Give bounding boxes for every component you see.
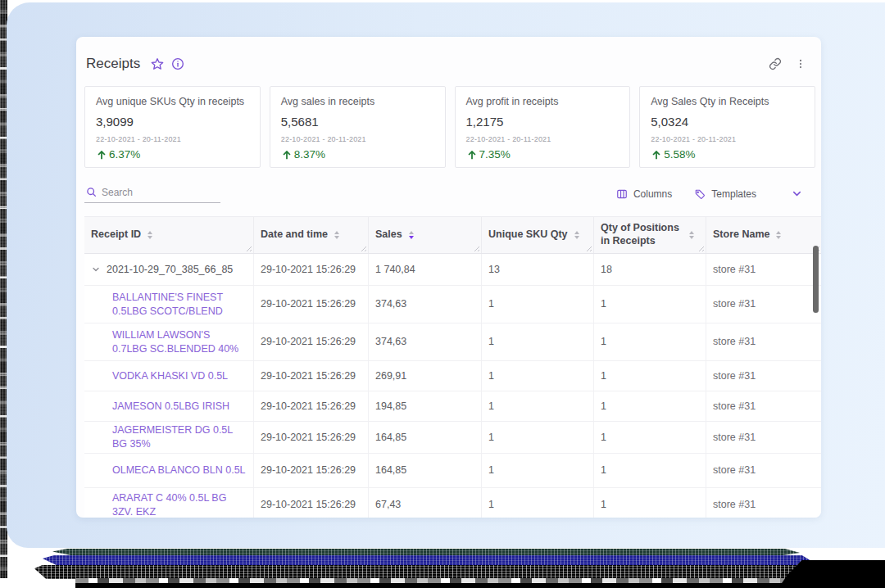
table-row-product[interactable]: VODKA KHASKI VD 0.5L 29-10-2021 15:26:29… [84,361,821,391]
sort-icon [574,231,579,239]
glitch-teal-stripe [52,549,800,556]
cell-sales: 1 740,84 [369,254,482,285]
trend-up-arrow-icon [466,149,478,161]
cell-sales: 269,91 [369,361,482,391]
table-row-product[interactable]: OLMECA BLANCO BLN 0.5L 29-10-2021 15:26:… [84,454,821,488]
cell-store-name: store #31 [706,323,821,360]
column-resize-handle[interactable] [359,244,366,251]
kpi-row: Avg unique SKUs Qty in receipts 3,9099 2… [84,86,815,168]
kpi-period: 22-10-2021 - 20-11-2021 [651,135,804,143]
cell-sales: 164,85 [369,454,482,487]
cell-store-name: store #31 [706,454,821,487]
kpi-label: Avg profit in receipts [466,96,620,107]
search-field[interactable] [84,185,220,203]
cell-datetime: 29-10-2021 15:26:29 [254,391,369,421]
cell-qty-positions: 18 [594,254,706,285]
receipt-id: 2021-10-29_70_385_66_85 [107,263,233,277]
templates-button[interactable]: Templates [694,188,756,200]
share-link-icon[interactable] [769,57,782,70]
product-link[interactable]: WILLIAM LAWSON'S 0.7LBG SC.BLENDED 40% [112,328,247,356]
column-resize-handle[interactable] [244,244,252,251]
cell-unique-sku-qty: 1 [482,286,594,323]
sort-icon [689,231,694,239]
sort-icon [148,231,152,239]
cell-sales: 194,85 [369,391,482,421]
product-link[interactable]: JAMESON 0.5LBG IRISH [112,400,229,414]
cell-store-name: store #31 [706,254,821,285]
column-header-store-name[interactable]: Store Name [706,217,821,253]
kpi-card-avg-profit: Avg profit in receipts 1,2175 22-10-2021… [455,86,631,168]
expand-chevron-icon[interactable] [91,265,101,274]
kpi-label: Avg sales in receipts [281,96,434,107]
favorite-star-icon[interactable] [151,57,164,70]
column-resize-handle[interactable] [472,244,479,251]
product-link[interactable]: BALLANTINE'S FINEST 0.5LBG SCOTC/BLEND [112,291,247,319]
column-header-sales[interactable]: Sales [369,217,482,253]
kpi-card-avg-sales-qty: Avg Sales Qty in Receipts 5,0324 22-10-2… [639,86,815,168]
page: Receipts [0,0,885,588]
sort-icon [334,231,339,239]
cell-datetime: 29-10-2021 15:26:29 [254,286,369,323]
cell-qty-positions: 1 [594,361,706,391]
cell-unique-sku-qty: 1 [482,323,594,360]
column-header-date-time[interactable]: Date and time [254,217,369,253]
cell-datetime: 29-10-2021 15:26:29 [254,454,369,487]
cell-sales: 374,63 [369,286,482,323]
cell-datetime: 29-10-2021 15:26:29 [254,323,369,360]
table-row-product[interactable]: JAMESON 0.5LBG IRISH 29-10-2021 15:26:29… [84,391,821,422]
trend-up-arrow-icon [96,149,107,161]
cell-sales: 164,85 [369,422,482,453]
column-resize-handle[interactable] [697,244,704,251]
column-header-unique-sku-qty[interactable]: Unique SKU Qty [482,217,594,253]
cell-store-name: store #31 [706,286,821,323]
cell-datetime: 29-10-2021 15:26:29 [254,361,369,391]
cell-qty-positions: 1 [594,488,706,518]
kpi-change: 8.37% [281,148,434,161]
table-row-receipt[interactable]: 2021-10-29_70_385_66_85 29-10-2021 15:26… [84,254,821,286]
cell-qty-positions: 1 [594,286,706,323]
info-icon[interactable] [171,57,184,70]
widget-header: Receipts [76,37,821,79]
collapse-chevron-icon[interactable] [791,188,803,200]
columns-button[interactable]: Columns [616,188,672,200]
column-header-receipt-id[interactable]: Receipt ID [84,217,254,253]
product-link[interactable]: ARARAT C 40% 0.5L BG 3ZV. EKZ [112,491,247,518]
cell-datetime: 29-10-2021 15:26:29 [254,254,369,285]
product-link[interactable]: OLMECA BLANCO BLN 0.5L [112,464,246,477]
kpi-change: 6.37% [96,148,249,161]
sort-desc-icon [409,231,414,239]
kpi-change: 7.35% [466,148,620,161]
table-row-product[interactable]: BALLANTINE'S FINEST 0.5LBG SCOTC/BLEND 2… [84,286,821,323]
glitch-blue-stripe [43,555,810,566]
glitch-black-stripe [34,565,818,579]
product-link[interactable]: VODKA KHASKI VD 0.5L [112,369,228,383]
columns-icon [616,188,628,200]
kpi-value: 1,2175 [466,115,620,129]
search-input[interactable] [102,187,208,198]
column-header-qty-positions[interactable]: Qty of Positions in Receipts [594,217,706,253]
table-row-product[interactable]: JAGERMEISTER DG 0.5L BG 35% 29-10-2021 1… [84,422,821,454]
receipts-table: Receipt ID Date and time Sales Unique SK… [84,216,821,518]
glitch-black-bar [75,583,885,588]
column-resize-handle[interactable] [584,244,592,251]
cell-qty-positions: 1 [594,454,706,487]
kpi-value: 3,9099 [96,115,249,129]
cell-store-name: store #31 [706,391,821,421]
kpi-value: 5,5681 [281,115,434,129]
vertical-scrollbar-thumb[interactable] [813,246,819,313]
kpi-change: 5.58% [651,148,804,161]
table-row-product[interactable]: WILLIAM LAWSON'S 0.7LBG SC.BLENDED 40% 2… [84,323,821,361]
trend-up-arrow-icon [651,149,662,161]
cell-store-name: store #31 [706,422,821,453]
glitch-bottom-band [25,542,885,588]
product-link[interactable]: JAGERMEISTER DG 0.5L BG 35% [112,423,247,451]
kebab-menu-icon[interactable] [795,57,806,70]
kpi-label: Avg unique SKUs Qty in receipts [96,96,249,107]
kpi-card-avg-sales: Avg sales in receipts 5,5681 22-10-2021 … [270,86,446,168]
cell-datetime: 29-10-2021 15:26:29 [254,488,369,518]
table-row-product[interactable]: ARARAT C 40% 0.5L BG 3ZV. EKZ 29-10-2021… [84,488,821,518]
trend-up-arrow-icon [281,149,293,161]
table-header-row: Receipt ID Date and time Sales Unique SK… [84,216,821,254]
templates-tag-icon [694,188,706,200]
sort-icon [776,231,781,239]
